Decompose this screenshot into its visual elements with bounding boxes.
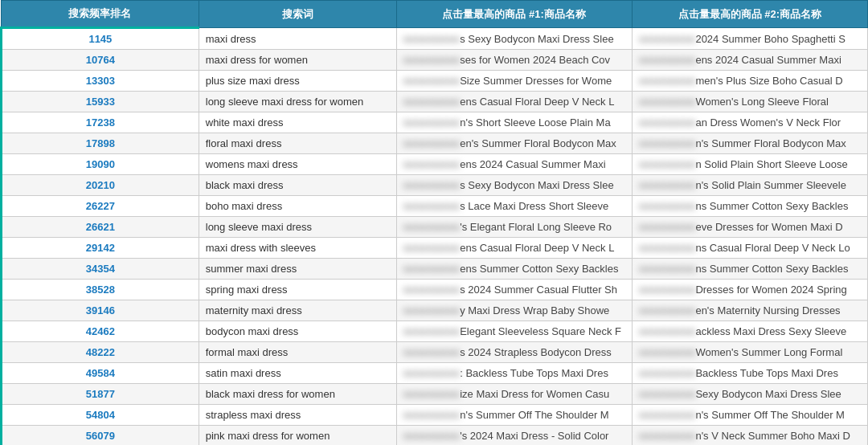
- table-row: 26621long sleeve maxi dress●●●●●●●●● 's …: [2, 217, 868, 238]
- header-product2: 点击量最高的商品 #2:商品名称: [632, 1, 867, 28]
- product1-cell: ●●●●●●●●● s Lace Maxi Dress Short Sleeve: [396, 196, 632, 217]
- product2-cell: ●●●●●●●●● n's Solid Plain Summer Sleevel…: [632, 175, 867, 196]
- keyword-cell: maxi dress with sleeves: [199, 238, 396, 259]
- table-row: 1145maxi dress●●●●●●●●● s Sexy Bodycon M…: [2, 28, 868, 50]
- product1-cell: ●●●●●●●●● 's 2024 Maxi Dress - Solid Col…: [396, 426, 632, 446]
- product2-cell: ●●●●●●●●● ns Casual Floral Deep V Neck L…: [632, 238, 867, 259]
- product1-cell: ●●●●●●●●● ize Maxi Dress for Women Casu: [396, 384, 632, 405]
- table-row: 17238white maxi dress●●●●●●●●● n's Short…: [2, 112, 868, 133]
- keyword-cell: black maxi dress for women: [199, 384, 396, 405]
- keyword-cell: long sleeve maxi dress for women: [199, 92, 396, 112]
- product1-cell: ●●●●●●●●● s Sexy Bodycon Maxi Dress Slee: [396, 28, 632, 50]
- rank-cell: 13303: [2, 71, 199, 92]
- table-row: 54804strapless maxi dress●●●●●●●●● n's S…: [2, 405, 868, 426]
- header-keyword: 搜索词: [199, 1, 396, 28]
- keyword-cell: white maxi dress: [199, 112, 396, 133]
- table-row: 51877black maxi dress for women●●●●●●●●●…: [2, 384, 868, 405]
- product2-cell: ●●●●●●●●● Backless Tube Tops Maxi Dres: [632, 363, 867, 384]
- product1-cell: ●●●●●●●●● ens 2024 Casual Summer Maxi: [396, 154, 632, 175]
- keyword-cell: maternity maxi dress: [199, 300, 396, 321]
- keyword-cell: formal maxi dress: [199, 342, 396, 363]
- table-row: 42462bodycon maxi dress●●●●●●●●● Elegant…: [2, 321, 868, 342]
- rank-cell: 38528: [2, 280, 199, 300]
- rank-cell: 17898: [2, 133, 199, 154]
- keyword-cell: satin maxi dress: [199, 363, 396, 384]
- rank-cell: 26621: [2, 217, 199, 238]
- product2-cell: ●●●●●●●●● n's Summer Off The Shoulder M: [632, 405, 867, 426]
- product1-cell: ●●●●●●●●● : Backless Tube Tops Maxi Dres: [396, 363, 632, 384]
- rank-cell: 17238: [2, 112, 199, 133]
- product1-cell: ●●●●●●●●● en's Summer Floral Bodycon Max: [396, 133, 632, 154]
- product1-cell: ●●●●●●●●● n's Short Sleeve Loose Plain M…: [396, 112, 632, 133]
- keyword-cell: floral maxi dress: [199, 133, 396, 154]
- table-container: 搜索频率排名 搜索词 点击量最高的商品 #1:商品名称 点击量最高的商品 #2:…: [0, 0, 868, 445]
- rank-cell: 26227: [2, 196, 199, 217]
- rank-cell: 20210: [2, 175, 199, 196]
- keyword-cell: black maxi dress: [199, 175, 396, 196]
- product2-cell: ●●●●●●●●● en's Maternity Nursing Dresses: [632, 300, 867, 321]
- product2-cell: ●●●●●●●●● Dresses for Women 2024 Spring: [632, 280, 867, 300]
- keyword-cell: summer maxi dress: [199, 259, 396, 280]
- product2-cell: ●●●●●●●●● n's V Neck Summer Boho Maxi D: [632, 426, 867, 446]
- rank-cell: 51877: [2, 384, 199, 405]
- table-row: 49584satin maxi dress●●●●●●●●● : Backles…: [2, 363, 868, 384]
- table-header-row: 搜索频率排名 搜索词 点击量最高的商品 #1:商品名称 点击量最高的商品 #2:…: [2, 1, 868, 28]
- table-row: 38528spring maxi dress●●●●●●●●● s 2024 S…: [2, 280, 868, 300]
- table-row: 17898floral maxi dress●●●●●●●●● en's Sum…: [2, 133, 868, 154]
- data-table: 搜索频率排名 搜索词 点击量最高的商品 #1:商品名称 点击量最高的商品 #2:…: [0, 0, 868, 445]
- keyword-cell: maxi dress: [199, 28, 396, 50]
- keyword-cell: plus size maxi dress: [199, 71, 396, 92]
- product2-cell: ●●●●●●●●● n Solid Plain Short Sleeve Loo…: [632, 154, 867, 175]
- product2-cell: ●●●●●●●●● ackless Maxi Dress Sexy Sleeve: [632, 321, 867, 342]
- product2-cell: ●●●●●●●●● Sexy Bodycon Maxi Dress Slee: [632, 384, 867, 405]
- table-row: 29142maxi dress with sleeves●●●●●●●●● en…: [2, 238, 868, 259]
- rank-cell: 56079: [2, 426, 199, 446]
- table-row: 19090womens maxi dress●●●●●●●●● ens 2024…: [2, 154, 868, 175]
- keyword-cell: maxi dress for women: [199, 50, 396, 71]
- product2-cell: ●●●●●●●●● eve Dresses for Women Maxi D: [632, 217, 867, 238]
- rank-cell: 10764: [2, 50, 199, 71]
- product1-cell: ●●●●●●●●● ens Casual Floral Deep V Neck …: [396, 238, 632, 259]
- keyword-cell: bodycon maxi dress: [199, 321, 396, 342]
- product1-cell: ●●●●●●●●● Size Summer Dresses for Wome: [396, 71, 632, 92]
- product1-cell: ●●●●●●●●● s Sexy Bodycon Maxi Dress Slee: [396, 175, 632, 196]
- table-row: 39146maternity maxi dress●●●●●●●●● y Max…: [2, 300, 868, 321]
- rank-cell: 49584: [2, 363, 199, 384]
- product1-cell: ●●●●●●●●● ens Summer Cotton Sexy Backles: [396, 259, 632, 280]
- product1-cell: ●●●●●●●●● n's Summer Off The Shoulder M: [396, 405, 632, 426]
- product1-cell: ●●●●●●●●● 's Elegant Floral Long Sleeve …: [396, 217, 632, 238]
- table-row: 48222formal maxi dress●●●●●●●●● s 2024 S…: [2, 342, 868, 363]
- keyword-cell: boho maxi dress: [199, 196, 396, 217]
- product1-cell: ●●●●●●●●● y Maxi Dress Wrap Baby Showe: [396, 300, 632, 321]
- product2-cell: ●●●●●●●●● Women's Long Sleeve Floral: [632, 92, 867, 112]
- table-row: 13303plus size maxi dress●●●●●●●●● Size …: [2, 71, 868, 92]
- keyword-cell: womens maxi dress: [199, 154, 396, 175]
- header-rank: 搜索频率排名: [2, 1, 199, 28]
- keyword-cell: spring maxi dress: [199, 280, 396, 300]
- keyword-cell: long sleeve maxi dress: [199, 217, 396, 238]
- table-row: 26227boho maxi dress●●●●●●●●● s Lace Max…: [2, 196, 868, 217]
- rank-cell: 48222: [2, 342, 199, 363]
- product2-cell: ●●●●●●●●● an Dress Women's V Neck Flor: [632, 112, 867, 133]
- header-product1: 点击量最高的商品 #1:商品名称: [396, 1, 632, 28]
- rank-cell: 19090: [2, 154, 199, 175]
- product1-cell: ●●●●●●●●● ens Casual Floral Deep V Neck …: [396, 92, 632, 112]
- product2-cell: ●●●●●●●●● Women's Summer Long Formal: [632, 342, 867, 363]
- table-row: 34354summer maxi dress●●●●●●●●● ens Summ…: [2, 259, 868, 280]
- product2-cell: ●●●●●●●●● ns Summer Cotton Sexy Backles: [632, 196, 867, 217]
- rank-cell: 54804: [2, 405, 199, 426]
- rank-cell: 1145: [2, 28, 199, 50]
- product1-cell: ●●●●●●●●● Elegant Sleeveless Square Neck…: [396, 321, 632, 342]
- product2-cell: ●●●●●●●●● ns Summer Cotton Sexy Backles: [632, 259, 867, 280]
- table-row: 10764maxi dress for women●●●●●●●●● ses f…: [2, 50, 868, 71]
- rank-cell: 15933: [2, 92, 199, 112]
- keyword-cell: strapless maxi dress: [199, 405, 396, 426]
- table-row: 20210black maxi dress●●●●●●●●● s Sexy Bo…: [2, 175, 868, 196]
- rank-cell: 42462: [2, 321, 199, 342]
- product1-cell: ●●●●●●●●● s 2024 Strapless Bodycon Dress: [396, 342, 632, 363]
- product2-cell: ●●●●●●●●● ens 2024 Casual Summer Maxi: [632, 50, 867, 71]
- product2-cell: ●●●●●●●●● men's Plus Size Boho Casual D: [632, 71, 867, 92]
- table-row: 15933long sleeve maxi dress for women●●●…: [2, 92, 868, 112]
- keyword-cell: pink maxi dress for women: [199, 426, 396, 446]
- rank-cell: 39146: [2, 300, 199, 321]
